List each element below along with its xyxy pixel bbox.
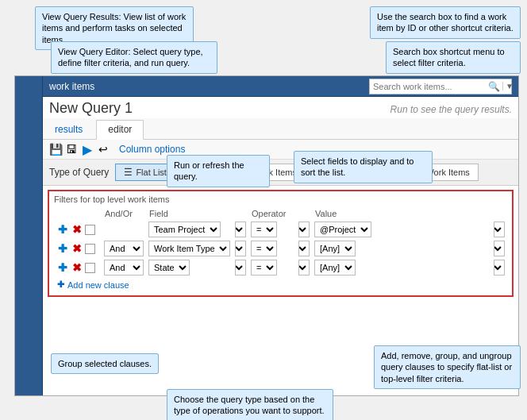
row1-field-select[interactable]: Team Project bbox=[148, 222, 221, 237]
undo-button[interactable]: ↩ bbox=[97, 143, 110, 156]
search-icon[interactable]: 🔍 bbox=[486, 81, 502, 92]
tab-editor[interactable]: editor bbox=[96, 120, 144, 140]
delete-row2-btn[interactable]: ✖ bbox=[71, 242, 83, 255]
delete-row1-btn[interactable]: ✖ bbox=[71, 223, 83, 236]
tooltip-choose-query-type: Choose the query type based on the type … bbox=[167, 389, 333, 420]
add-new-clause-btn[interactable]: ✚ Add new clause bbox=[54, 277, 507, 292]
query-type-label: Type of Query bbox=[49, 167, 109, 178]
col-value: Value bbox=[312, 207, 491, 220]
tab-bar: results editor bbox=[43, 118, 518, 140]
row2-icons: ✚ ✖ bbox=[56, 242, 99, 255]
save-button[interactable]: 💾 bbox=[49, 143, 62, 156]
row2-operator-select[interactable]: = bbox=[251, 241, 277, 256]
row3-checkbox[interactable] bbox=[85, 263, 95, 273]
tooltip-search-box: Use the search box to find a work item b… bbox=[370, 6, 521, 39]
row1-val-dropdown[interactable]: ▼ bbox=[494, 222, 505, 237]
page-title: New Query 1 bbox=[49, 100, 133, 117]
row3-val-dropdown[interactable]: ▼ bbox=[494, 260, 505, 276]
row2-val-dropdown[interactable]: ▼ bbox=[494, 241, 505, 256]
filter-row: ✚ ✖ And Or bbox=[54, 258, 507, 277]
row1-field-dropdown[interactable]: ▼ bbox=[235, 222, 246, 237]
row1-icons: ✚ ✖ bbox=[56, 223, 99, 236]
tooltip-run-refresh: Run or refresh the query. bbox=[167, 155, 270, 187]
save-as-button[interactable]: 🖫 bbox=[65, 143, 78, 156]
row1-operator-select[interactable]: = bbox=[251, 222, 277, 237]
row2-checkbox[interactable] bbox=[85, 244, 95, 254]
flat-list-icon: ☰ bbox=[124, 167, 133, 178]
filters-section: Filters for top level work items And/Or … bbox=[48, 190, 514, 297]
column-options-label[interactable]: Column options bbox=[119, 144, 185, 155]
row1-value-select[interactable]: @Project bbox=[314, 222, 371, 237]
run-hint: Run to see the query results. bbox=[390, 104, 512, 115]
filter-row: ✚ ✖ And Or bbox=[54, 239, 507, 258]
add-row1-btn[interactable]: ✚ bbox=[56, 223, 69, 236]
row3-field-select[interactable]: State bbox=[148, 260, 190, 276]
tooltip-view-query-editor: View Query Editor: Select query type, de… bbox=[51, 41, 217, 74]
row2-op-dropdown[interactable]: ▼ bbox=[298, 241, 310, 256]
row2-value-select[interactable]: [Any] bbox=[314, 241, 356, 256]
col-val-spacer bbox=[491, 207, 507, 220]
col-icons bbox=[54, 207, 102, 220]
row3-op-dropdown[interactable]: ▼ bbox=[298, 260, 310, 276]
search-dropdown-icon[interactable]: ▼ bbox=[502, 82, 516, 91]
add-row3-btn[interactable]: ✚ bbox=[56, 261, 69, 274]
col-andor: And/Or bbox=[102, 207, 146, 220]
row3-field-dropdown[interactable]: ▼ bbox=[235, 260, 246, 276]
row1-op-dropdown[interactable]: ▼ bbox=[298, 222, 310, 237]
col-field: Field bbox=[146, 207, 233, 220]
row2-andor-select[interactable]: And Or bbox=[104, 241, 144, 256]
tooltip-group-clauses: Group selected clauses. bbox=[51, 353, 159, 374]
row3-andor-select[interactable]: And Or bbox=[104, 260, 144, 276]
tab-results[interactable]: results bbox=[43, 120, 94, 139]
tooltip-select-fields: Select fields to display and to sort the… bbox=[294, 151, 433, 183]
add-row2-btn[interactable]: ✚ bbox=[56, 242, 69, 255]
tooltip-search-shortcut: Search box shortcut menu to select filte… bbox=[386, 41, 521, 74]
toolbar: 💾 🖫 ▶ ↩ Column options bbox=[43, 140, 518, 160]
search-bar: 🔍 ▼ bbox=[369, 79, 512, 94]
col-operator: Operator bbox=[248, 207, 296, 220]
filters-header: Filters for top level work items bbox=[54, 195, 507, 204]
filter-table: And/Or Field Operator Value ✚ bbox=[54, 207, 507, 277]
row2-field-select[interactable]: Work Item Type bbox=[148, 241, 230, 256]
breadcrumb[interactable]: work items bbox=[49, 81, 94, 92]
row3-value-select[interactable]: [Any] bbox=[314, 260, 356, 276]
col-field-spacer bbox=[233, 207, 248, 220]
row1-andor-cell bbox=[102, 220, 146, 239]
row3-operator-select[interactable]: = bbox=[251, 260, 277, 276]
tooltip-add-remove-group: Add, remove, group, and ungroup query cl… bbox=[374, 345, 521, 389]
filter-row: ✚ ✖ Team Project bbox=[54, 220, 507, 239]
left-sidebar bbox=[15, 76, 43, 395]
query-type-bar: Type of Query ☰ Flat List of Work Items … bbox=[43, 160, 518, 186]
search-input[interactable] bbox=[370, 82, 486, 91]
add-clause-plus-icon: ✚ bbox=[57, 279, 64, 290]
row1-checkbox[interactable] bbox=[85, 225, 95, 235]
row3-icons: ✚ ✖ bbox=[56, 261, 99, 274]
row2-field-dropdown[interactable]: ▼ bbox=[235, 241, 246, 256]
run-query-button[interactable]: ▶ bbox=[81, 143, 94, 156]
col-op-spacer bbox=[296, 207, 312, 220]
delete-row3-btn[interactable]: ✖ bbox=[71, 261, 83, 274]
